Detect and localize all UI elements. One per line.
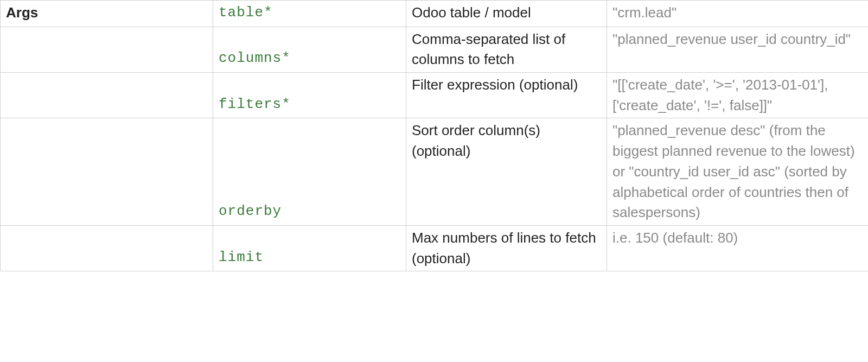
param-example-cell: "planned_revenue desc" (from the biggest… — [607, 118, 869, 225]
param-name-cell: orderby — [213, 118, 406, 225]
args-table: Args table* Odoo table / model "crm.lead… — [0, 0, 868, 271]
args-header-cell: Args — [1, 1, 213, 27]
param-name-cell: limit — [213, 225, 406, 271]
table-row: Args table* Odoo table / model "crm.lead… — [1, 1, 869, 27]
args-header-cell-empty — [1, 118, 213, 225]
param-desc-cell: Sort order column(s) (optional) — [406, 118, 607, 225]
args-header-cell-empty — [1, 27, 213, 72]
args-header-cell-empty — [1, 225, 213, 271]
table-row: columns* Comma-separated list of columns… — [1, 27, 869, 72]
param-name-cell: filters* — [213, 73, 406, 118]
param-name-cell: columns* — [213, 27, 406, 72]
param-desc-cell: Filter expression (optional) — [406, 73, 607, 118]
param-example-cell: "planned_revenue user_id country_id" — [607, 27, 869, 72]
param-desc-cell: Comma-separated list of columns to fetch — [406, 27, 607, 72]
table-row: orderby Sort order column(s) (optional) … — [1, 118, 869, 225]
param-desc-cell: Odoo table / model — [406, 1, 607, 27]
param-example-cell: "crm.lead" — [607, 1, 869, 27]
param-example-cell: i.e. 150 (default: 80) — [607, 225, 869, 271]
args-header-cell-empty — [1, 73, 213, 118]
table-row: limit Max numbers of lines to fetch (opt… — [1, 225, 869, 271]
param-name-cell: table* — [213, 1, 406, 27]
param-example-cell: "[['create_date', '>=', '2013-01-01'],['… — [607, 73, 869, 118]
param-desc-cell: Max numbers of lines to fetch (optional) — [406, 225, 607, 271]
table-row: filters* Filter expression (optional) "[… — [1, 73, 869, 118]
